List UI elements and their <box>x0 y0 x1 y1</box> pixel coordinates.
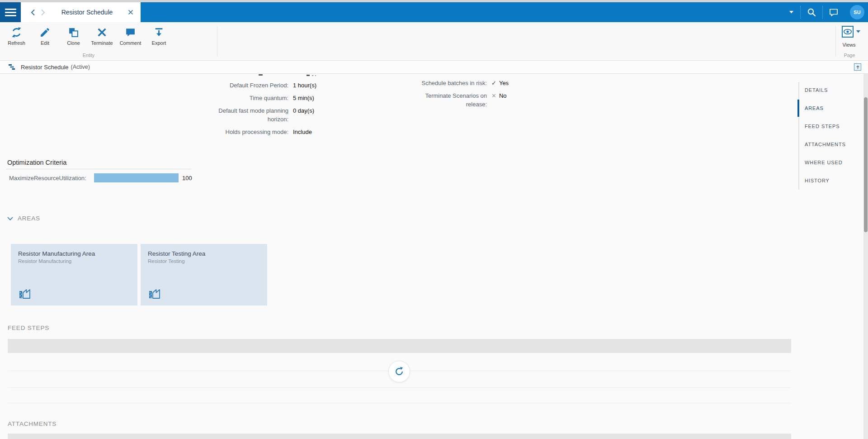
table-header-placeholder <box>8 339 791 353</box>
field-row: Schedule batches in risk: Yes <box>414 79 558 87</box>
scrollbar-thumb[interactable] <box>864 97 868 232</box>
check-icon <box>491 80 499 86</box>
schedule-gantt-icon <box>8 63 15 71</box>
page-content: Default Frozen Period: 1 hour(s) Time qu… <box>0 74 868 439</box>
field-value: 0 day(s) <box>293 106 314 124</box>
appbar-dropdown-button[interactable] <box>782 5 800 19</box>
area-card[interactable]: Resistor Manufacturing Area Resistor Man… <box>11 244 137 305</box>
cross-icon <box>491 92 499 99</box>
caret-down-icon <box>856 30 860 33</box>
button-label: Terminate <box>91 40 113 46</box>
details-fields-left: Default Frozen Period: 1 hour(s) Time qu… <box>211 81 382 140</box>
tab-close-button[interactable] <box>126 8 135 17</box>
forward-button[interactable] <box>38 8 48 16</box>
user-avatar[interactable]: SU <box>850 5 864 19</box>
area-card-title: Resistor Manufacturing Area <box>18 250 130 257</box>
clipped-text-fragment <box>312 75 313 76</box>
field-value: 1 hour(s) <box>293 81 316 90</box>
nav-item-feed-steps[interactable]: FEED STEPS <box>797 117 863 135</box>
divider <box>6 169 191 169</box>
eye-icon <box>842 26 854 38</box>
field-label: Schedule batches in risk: <box>414 79 487 87</box>
hamburger-menu-button[interactable] <box>0 2 21 22</box>
export-button[interactable]: Export <box>145 25 173 46</box>
field-row: Time quantum: 5 min(s) <box>211 94 382 102</box>
comment-button[interactable]: Comment <box>116 25 145 46</box>
clipped-text-fragment <box>307 75 310 76</box>
field-value: No <box>491 91 507 109</box>
clone-icon <box>67 26 80 38</box>
field-label: Holds processing mode: <box>211 128 288 136</box>
comments-button[interactable] <box>823 5 844 19</box>
button-label: Refresh <box>8 40 25 46</box>
nav-item-history[interactable]: HISTORY <box>797 172 863 190</box>
refresh-button[interactable]: Refresh <box>2 25 31 46</box>
back-button[interactable] <box>28 8 38 16</box>
areas-section-header: AREAS <box>7 215 40 222</box>
clipped-text-fragment <box>259 74 263 76</box>
loading-spinner <box>388 361 410 382</box>
button-label: Clone <box>67 40 80 46</box>
area-card-subtitle: Resistor Manufacturing <box>18 258 130 264</box>
section-title: ATTACHMENTS <box>8 420 57 427</box>
section-title: AREAS <box>18 215 40 222</box>
criterion-bar-track <box>94 173 179 182</box>
edit-button[interactable]: Edit <box>31 25 59 46</box>
search-icon <box>807 7 816 17</box>
factory-icon <box>18 286 32 299</box>
vertical-scrollbar[interactable] <box>863 74 868 439</box>
appbar-right-actions: SU <box>782 2 864 22</box>
menu-icon <box>5 9 16 10</box>
expand-panel-button[interactable] <box>854 63 861 71</box>
status-badge: (Active) <box>71 64 90 70</box>
criterion-value: 100 <box>182 175 192 181</box>
search-button[interactable] <box>801 5 822 19</box>
nav-item-where-used[interactable]: WHERE USED <box>797 153 863 172</box>
factory-icon <box>148 286 161 299</box>
button-label: Comment <box>120 40 142 46</box>
field-value: 5 min(s) <box>293 94 314 102</box>
refresh-icon <box>10 26 23 38</box>
section-title: FEED STEPS <box>8 324 49 331</box>
page-group-label: Page <box>835 52 863 58</box>
table-header-placeholder <box>8 434 791 439</box>
chevron-down-icon[interactable] <box>7 217 13 220</box>
clone-button[interactable]: Clone <box>59 25 88 46</box>
area-card[interactable]: Resistor Testing Area Resistor Testing <box>141 244 267 305</box>
feed-steps-section-header: FEED STEPS <box>8 324 49 331</box>
close-icon <box>128 10 133 15</box>
views-button[interactable] <box>842 26 860 38</box>
entity-group-label: Entity <box>0 52 177 58</box>
field-row: Default fast mode planning horizon: 0 da… <box>211 106 382 124</box>
row-divider <box>8 387 791 388</box>
document-tab[interactable]: Resistor Schedule <box>21 2 141 22</box>
terminate-button[interactable]: Terminate <box>88 25 116 46</box>
field-label: Time quantum: <box>211 94 288 102</box>
page-header: Resistor Schedule (Active) <box>0 61 868 74</box>
attachments-section-header: ATTACHMENTS <box>8 420 57 427</box>
app-bar: Resistor Schedule SU <box>0 2 868 22</box>
page-title: Resistor Schedule <box>21 64 69 71</box>
optimization-row: MaximizeResourceUtilization: 100 <box>9 172 192 183</box>
views-button-label: Views <box>835 42 863 48</box>
criterion-label: MaximizeResourceUtilization: <box>9 175 94 181</box>
field-row: Terminate Scenarios on release: No <box>414 91 558 109</box>
arrow-up-icon <box>855 65 860 70</box>
application-window: Resistor Schedule SU <box>0 0 868 439</box>
terminate-icon <box>96 26 108 38</box>
field-value: Yes <box>491 79 509 87</box>
nav-item-details[interactable]: DETAILS <box>797 81 863 99</box>
chat-bubble-icon <box>829 8 839 17</box>
ribbon-divider <box>217 26 217 57</box>
nav-item-areas[interactable]: AREAS <box>797 99 863 117</box>
export-icon <box>153 26 165 38</box>
button-label: Edit <box>41 40 49 46</box>
comment-icon <box>124 26 137 38</box>
field-label: Default fast mode planning horizon: <box>211 106 288 124</box>
chevron-right-icon <box>41 9 45 16</box>
chevron-left-icon <box>31 9 35 16</box>
nav-item-attachments[interactable]: ATTACHMENTS <box>797 135 863 153</box>
page-button-group: Views Page <box>835 22 868 60</box>
clipped-text-fragment <box>315 75 316 76</box>
button-label: Export <box>152 40 166 46</box>
